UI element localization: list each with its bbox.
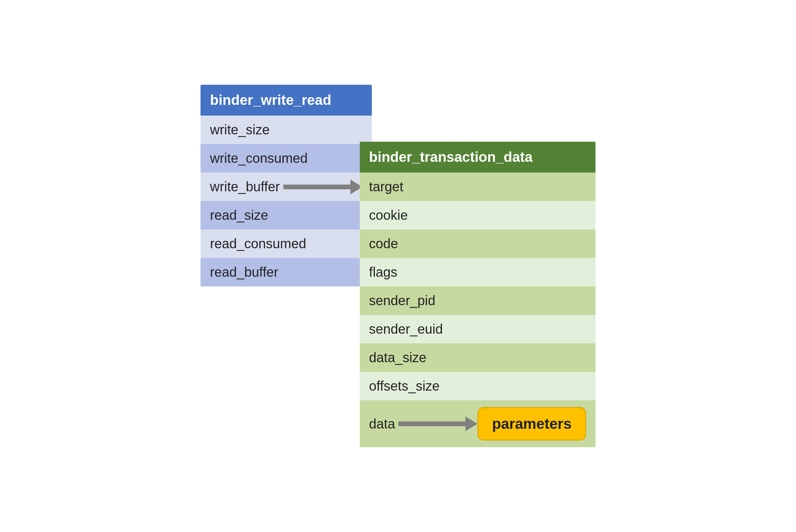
parameters-box: parameters xyxy=(477,407,586,440)
btd-struct: binder_transaction_data target cookie co… xyxy=(360,142,596,447)
write-buffer-arrow xyxy=(283,179,362,194)
btd-row-flags: flags xyxy=(360,258,596,286)
btd-row-sender-pid: sender_pid xyxy=(360,286,596,315)
bwr-row-write-buffer: write_buffer xyxy=(200,173,372,201)
btd-row-offsets-size: offsets_size xyxy=(360,372,596,400)
bwr-row-write-size: write_size xyxy=(200,116,372,144)
bwr-row-read-buffer: read_buffer xyxy=(200,258,372,286)
btd-row-data: data parameters xyxy=(360,400,596,447)
btd-row-cookie: cookie xyxy=(360,201,596,229)
bwr-row-read-consumed: read_consumed xyxy=(200,229,372,258)
bwr-row-read-size: read_size xyxy=(200,201,372,229)
data-arrow xyxy=(398,416,477,431)
btd-title: binder_transaction_data xyxy=(360,142,596,173)
bwr-title: binder_write_read xyxy=(200,85,372,116)
bwr-struct: binder_write_read write_size write_consu… xyxy=(200,85,372,286)
bwr-row-write-consumed: write_consumed xyxy=(200,144,372,173)
btd-row-target: target xyxy=(360,173,596,201)
btd-row-code: code xyxy=(360,229,596,258)
btd-row-data-size: data_size xyxy=(360,343,596,372)
diagram: binder_write_read write_size write_consu… xyxy=(180,65,615,467)
btd-row-sender-euid: sender_euid xyxy=(360,315,596,343)
